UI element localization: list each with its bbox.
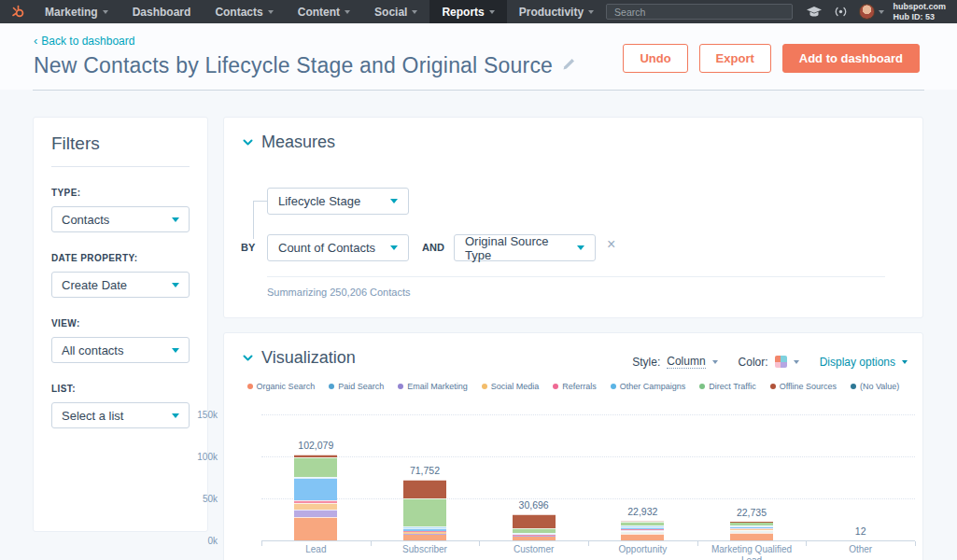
legend-item[interactable]: Social Media [482,382,540,391]
remove-measure-icon[interactable]: × [607,236,615,253]
nav-item-dashboard[interactable]: Dashboard [120,0,204,23]
primary-measure-dropdown[interactable]: Lifecycle Stage [267,188,409,215]
bar-segment[interactable] [621,529,664,530]
visualization-panel: Visualization Style: Column Color: Displ… [223,332,923,560]
bar-segment[interactable] [730,522,773,525]
bar-segment[interactable] [621,530,664,531]
bar-segment[interactable] [294,503,337,510]
bar-segment[interactable] [513,534,556,535]
bar-segment[interactable] [403,480,446,498]
bar-segment[interactable] [403,534,446,540]
legend-item[interactable]: Other Campaigns [611,382,686,391]
filter-label: TYPE: [51,188,190,198]
filter-select-dateproperty[interactable]: Create Date [51,272,190,298]
bar-segment[interactable] [294,457,337,476]
bar-segment[interactable] [513,535,556,536]
nav-item-reports[interactable]: Reports [429,0,506,23]
chart-plot-area: 102,07971,75230,69622,93222,73512 [261,414,915,540]
x-axis-category-label: Lead [261,544,371,560]
y-axis-tick-label: 0k [180,536,218,546]
bar-total-label: 102,079 [261,440,371,451]
legend-item[interactable]: Direct Traffic [699,382,755,391]
bar-segment[interactable] [294,478,337,500]
bar-segment[interactable] [621,522,664,526]
bar-segment[interactable] [294,477,337,478]
chevron-down-icon[interactable] [712,360,718,364]
measures-divider [267,276,885,277]
legend-item[interactable]: Organic Search [247,382,316,391]
legend-item[interactable]: Email Marketing [398,382,468,391]
chevron-down-icon [390,199,398,203]
bar-total-label: 22,735 [697,507,807,518]
header-divider [33,90,924,91]
measures-section-header[interactable]: Measures [242,133,905,152]
academy-icon[interactable] [806,6,823,18]
chevron-down-icon [489,10,495,14]
bar-segment[interactable] [294,455,337,457]
legend-item[interactable]: Offline Sources [770,382,837,391]
hubspot-logo-icon[interactable] [0,5,33,19]
bar-segment[interactable] [513,533,556,534]
legend-item[interactable]: Referrals [553,382,597,391]
x-axis-tick [915,541,916,546]
measures-panel: Measures Lifecycle Stage BY Count of Con… [223,117,923,318]
bar-segment[interactable] [621,534,664,540]
chevron-down-icon[interactable] [794,360,799,364]
count-measure-dropdown[interactable]: Count of Contacts [267,234,409,261]
bar-segment[interactable] [403,531,446,534]
page-title: New Contacts by Lifecycle Stage and Orig… [34,53,553,78]
search-input[interactable] [606,4,792,20]
nav-item-marketing[interactable]: Marketing [33,0,120,23]
bar-segment[interactable] [513,528,556,532]
nav-item-content[interactable]: Content [286,0,362,23]
nav-item-productivity[interactable]: Productivity [507,0,606,23]
bar-segment[interactable] [621,527,664,529]
bar-segment[interactable] [513,514,556,528]
filter-select-view[interactable]: All contacts [51,337,190,363]
secondary-measure-dropdown[interactable]: Original Source Type [454,234,596,261]
bar-segment[interactable] [730,530,773,533]
x-axis-labels: LeadSubscriberCustomerOpportunityMarketi… [261,544,915,560]
legend-item[interactable]: (No Value) [851,382,899,391]
bar-segment[interactable] [513,536,556,540]
bar-segment[interactable] [403,526,446,528]
undo-button[interactable]: Undo [623,44,687,73]
bar-segment[interactable] [294,500,337,504]
chevron-down-icon[interactable] [902,360,908,364]
bar-segment[interactable] [621,531,664,534]
x-axis-category-label: Marketing Qualified Lead [697,544,807,560]
export-button[interactable]: Export [699,44,771,73]
nav-item-contacts[interactable]: Contacts [203,0,285,23]
display-options-dropdown[interactable]: Display options [820,356,895,369]
filter-field: TYPE:Contacts [51,188,190,232]
filter-field: DATE PROPERTY:Create Date [51,253,190,298]
bar-segment[interactable] [621,525,664,526]
bar-segment[interactable] [403,528,446,530]
notifications-icon[interactable] [833,6,849,18]
filter-select-type[interactable]: Contacts [51,206,190,232]
nav-item-social[interactable]: Social [362,0,429,23]
bar-segment[interactable] [730,526,773,528]
color-swatch[interactable] [775,356,787,368]
avatar[interactable] [859,4,875,20]
bar-segment[interactable] [730,525,773,526]
page-header: ‹ Back to dashboard New Contacts by Life… [0,23,957,90]
legend-item[interactable]: Paid Search [329,382,384,391]
back-to-dashboard-link[interactable]: ‹ Back to dashboard [34,35,134,48]
bar-segment[interactable] [294,510,337,517]
chart-column-marketing-qualified-lead: 22,735 [697,414,807,540]
filter-select-list[interactable]: Select a list [51,402,190,428]
bar-segment[interactable] [294,517,337,540]
bar-segment[interactable] [730,533,773,540]
bar-segment[interactable] [730,529,773,530]
filters-panel: Filters TYPE:ContactsDATE PROPERTY:Creat… [33,117,208,532]
style-dropdown[interactable]: Column [667,355,705,369]
bar-segment[interactable] [730,529,773,530]
filter-fields: TYPE:ContactsDATE PROPERTY:Create DateVI… [51,188,190,428]
count-measure-value: Count of Contacts [278,241,375,255]
user-menu[interactable] [859,4,884,20]
edit-title-icon[interactable] [562,57,576,75]
legend-dot [699,384,705,389]
bar-segment[interactable] [403,498,446,526]
add-to-dashboard-button[interactable]: Add to dashboard [782,44,920,73]
